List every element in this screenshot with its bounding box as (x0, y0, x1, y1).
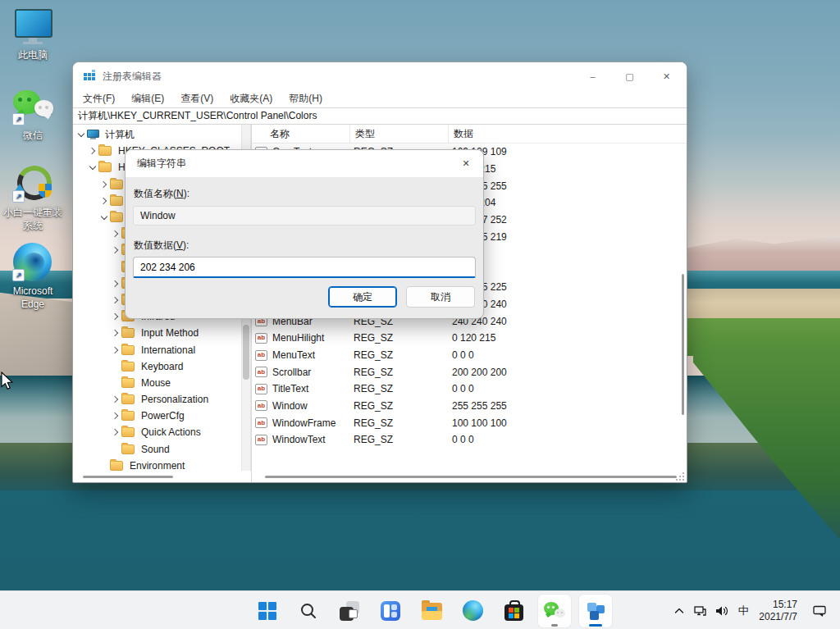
cancel-button[interactable]: 取消 (406, 286, 475, 308)
value-type: REG_SZ (354, 434, 452, 445)
edge-button[interactable] (456, 595, 489, 627)
tree-item[interactable]: International (73, 341, 241, 358)
chevron-right-icon[interactable] (110, 430, 121, 435)
tree-item[interactable]: Sound (73, 441, 241, 458)
folder-icon (121, 328, 135, 338)
list-vertical-scrollbar[interactable] (682, 274, 684, 415)
menu-favorites[interactable]: 收藏夹(A) (221, 92, 281, 106)
window-resize-grip[interactable] (676, 472, 684, 481)
desktop-icon-xiaobai-reinstall[interactable]: ↗ 小白一键重装 系统 (2, 164, 64, 232)
tree-item-label: Personalization (139, 393, 211, 406)
regedit-taskbar-button[interactable] (579, 595, 612, 627)
microsoft-store-button[interactable] (497, 595, 530, 627)
value-name-field[interactable] (133, 206, 476, 226)
chevron-right-icon[interactable] (110, 397, 121, 402)
chevron-down-icon[interactable] (98, 214, 109, 221)
task-view-button[interactable] (333, 595, 366, 627)
value-data-field[interactable] (133, 257, 476, 278)
taskbar-clock[interactable]: 15:17 2021/7/7 (759, 599, 797, 623)
column-header-data[interactable]: 数据 (449, 125, 687, 143)
maximize-button[interactable]: ▢ (611, 62, 648, 90)
value-data: 100 100 100 (452, 417, 687, 429)
tree-item[interactable]: Mouse (73, 375, 241, 391)
tree-scrollbar-thumb[interactable] (243, 325, 249, 380)
menu-view[interactable]: 查看(V) (172, 92, 221, 106)
value-data: 0 0 0 (452, 383, 687, 394)
value-row[interactable]: WindowFrameREG_SZ100 100 100 (252, 414, 687, 431)
chevron-right-icon[interactable] (110, 298, 121, 303)
value-data: 0 102 204 (452, 197, 687, 208)
folder-icon (98, 162, 112, 172)
chevron-right-icon[interactable] (110, 348, 121, 353)
chevron-right-icon[interactable] (110, 281, 121, 286)
value-type: REG_SZ (354, 417, 452, 429)
chevron-right-icon[interactable] (110, 413, 121, 418)
start-button[interactable] (251, 595, 284, 627)
value-data: 0 120 215 (452, 332, 687, 344)
value-row[interactable]: WindowREG_SZ255 255 255 (252, 398, 687, 415)
chevron-right-icon[interactable] (87, 148, 98, 153)
network-button[interactable] (690, 599, 711, 623)
file-explorer-button[interactable] (415, 595, 448, 627)
chevron-right-icon[interactable] (98, 182, 109, 187)
tree-horizontal-scrollbar[interactable] (83, 476, 173, 478)
system-tray: 中 15:17 2021/7/7 (669, 591, 833, 629)
close-button[interactable]: ✕ (648, 62, 685, 90)
chevron-right-icon[interactable] (110, 248, 121, 253)
value-row[interactable]: MenuHilightREG_SZ0 120 215 (252, 330, 687, 347)
desktop-icon-edge[interactable]: ↗ Microsoft Edge (2, 243, 64, 311)
column-header-name[interactable]: 名称 (252, 125, 350, 143)
chevron-down-icon[interactable] (87, 164, 98, 171)
chevron-right-icon[interactable] (98, 198, 109, 203)
folder-icon (121, 362, 135, 371)
folder-icon (110, 196, 123, 206)
notification-center-button[interactable] (809, 599, 830, 623)
menu-help[interactable]: 帮助(H) (281, 92, 331, 106)
chevron-right-icon[interactable] (110, 314, 121, 319)
minimize-button[interactable]: – (574, 62, 611, 90)
title-bar[interactable]: 注册表编辑器 – ▢ ✕ (73, 62, 687, 90)
value-type: REG_SZ (354, 367, 452, 378)
dialog-title-bar[interactable]: 编辑字符串 ✕ (126, 150, 483, 177)
desktop-icon-this-pc[interactable]: 此电脑 (2, 7, 64, 62)
tree-item[interactable]: Personalization (73, 391, 241, 408)
search-button[interactable] (292, 595, 325, 627)
value-type: REG_SZ (354, 332, 452, 344)
menu-file[interactable]: 文件(F) (83, 92, 123, 106)
value-row[interactable]: TitleTextREG_SZ0 0 0 (252, 381, 687, 398)
icon-label: 此电脑 (18, 48, 48, 62)
value-type: REG_SZ (354, 400, 452, 412)
tree-item-label: Mouse (139, 376, 173, 390)
address-input[interactable] (73, 108, 687, 124)
ime-indicator[interactable]: 中 (733, 599, 754, 623)
ok-button[interactable]: 确定 (328, 286, 397, 308)
column-header-type[interactable]: 类型 (350, 125, 449, 143)
reg-sz-string-icon (255, 435, 267, 445)
value-row[interactable]: ScrollbarREG_SZ200 200 200 (252, 363, 687, 381)
tree-item[interactable]: Quick Actions (73, 424, 241, 440)
widgets-button[interactable] (374, 595, 407, 627)
chevron-right-icon[interactable] (110, 330, 121, 335)
value-row[interactable]: WindowTextREG_SZ0 0 0 (252, 431, 687, 449)
this-pc-icon (11, 7, 54, 46)
tree-item[interactable]: Environment (73, 458, 241, 471)
chevron-right-icon[interactable] (110, 231, 121, 236)
chevron-down-icon[interactable] (75, 131, 86, 138)
menu-edit[interactable]: 编辑(E) (123, 92, 172, 106)
volume-button[interactable] (711, 599, 733, 623)
value-row[interactable]: MenuTextREG_SZ0 0 0 (252, 347, 687, 364)
tree-item[interactable]: PowerCfg (73, 408, 241, 424)
dialog-close-icon[interactable]: ✕ (449, 150, 483, 177)
address-bar (73, 107, 687, 125)
wechat-taskbar-button[interactable] (538, 595, 571, 627)
tree-item[interactable]: Input Method (73, 325, 241, 341)
tree-item[interactable]: Keyboard (73, 358, 241, 375)
desktop-icon-wechat[interactable]: ↗ 微信 (2, 87, 64, 142)
file-explorer-icon (422, 602, 442, 620)
list-horizontal-scrollbar[interactable] (265, 476, 677, 478)
folder-icon (121, 444, 135, 454)
tree-item[interactable]: 计算机 (73, 126, 241, 143)
list-header: 名称 类型 数据 (252, 125, 687, 144)
tray-overflow-button[interactable] (669, 599, 690, 623)
folder-icon (121, 378, 135, 388)
